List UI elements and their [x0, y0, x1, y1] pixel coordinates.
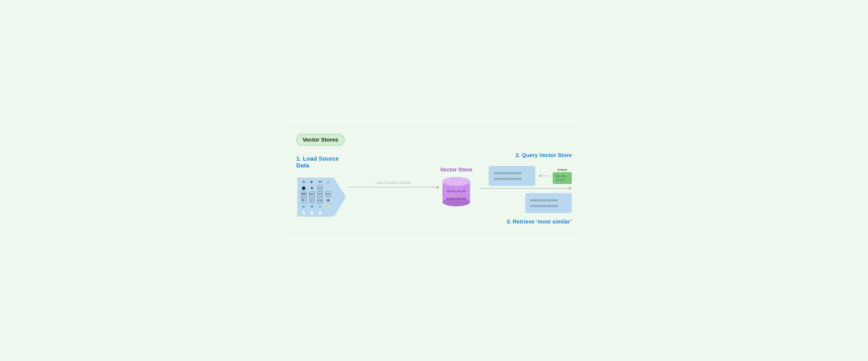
query-input-box: XXXXXXXXXXXXX XXXXXXXXXXXXX — [489, 166, 535, 186]
embed-label: Embed — [558, 168, 567, 171]
icon-csv: CSV — [317, 186, 322, 191]
retrieve-label: 3. Retrieve ‘most similar’ — [507, 218, 572, 225]
query-text-line1: XXXXXXXXXXXXX — [494, 170, 530, 176]
embed-values-line1: 5.5, -0.3... — [556, 174, 569, 178]
result-row: XXXXXXXXXXXXX XXXXXXXXXXXXX — [479, 193, 572, 213]
result-box: XXXXXXXXXXXXX XXXXXXXXXXXXX — [525, 193, 572, 213]
cylinder-svg: 0.5, 0.2....0.1, 0.9 ⋮ 2.1, 0.1....-1.7,… — [440, 176, 472, 206]
icon-image: 🖼 — [309, 186, 314, 191]
vector-store-column: Vector Store 0.5, 0.2....0.1, 0.9 ⋮ 2.1,… — [439, 166, 473, 210]
svg-text:2.1, 0.1....-1.7, 0.9: 2.1, 0.1....-1.7, 0.9 — [447, 197, 466, 200]
vector-store-title: Vector Store — [440, 166, 472, 173]
result-text-line1: XXXXXXXXXXXXX — [530, 197, 567, 203]
arrow1-line — [347, 186, 439, 189]
cylinder-right-head — [569, 187, 572, 190]
arrow1-label: Load, Transform, Embed — [376, 181, 411, 185]
icon-empty2 — [326, 210, 331, 215]
svg-text:⋮: ⋮ — [455, 193, 458, 196]
query-text-line2: XXXXXXXXXXXXX — [494, 176, 530, 182]
load-source-label: 1. Load Source Data — [296, 155, 347, 169]
icon-file2: 📄 — [309, 210, 314, 215]
icon-html: HTML — [317, 198, 322, 203]
icon-file3: 📄 — [317, 210, 322, 215]
right-column: 2. Query Vector Store XXXXXXXXXXXXX XXXX… — [473, 152, 572, 225]
cylinder-right-arrow — [479, 187, 572, 190]
result-text-line2: XXXXXXXXXXXXX — [530, 203, 567, 209]
title-badge: Vector Stores — [296, 134, 345, 146]
icon-markdown: M↓ — [301, 198, 306, 203]
icons-grid: ⊞ ▶ 🎮 △ ⬤ 🖼 CSV PDF DOC TXT PPT M↓ — [297, 173, 334, 222]
icon-github: ⬤ — [301, 186, 306, 191]
icon-triangle: △ — [326, 179, 331, 185]
icon-txt: TXT — [317, 192, 322, 197]
icon-pdf: PDF — [301, 192, 306, 197]
query-vector-store-label: 2. Query Vector Store — [479, 152, 572, 159]
embed-box: 5.5, -0.3... 2.1, 0.1 — [553, 172, 572, 184]
icon-wikipedia: W — [326, 198, 331, 203]
icon-folder: 📁 — [326, 204, 331, 209]
arrow-left-head — [538, 174, 541, 177]
arrow1-column: Load, Transform, Embed — [347, 168, 439, 209]
arrow1-head — [437, 186, 439, 189]
arrow-to-embed — [538, 174, 550, 177]
icon-ppt: PPT — [326, 192, 331, 197]
main-container: Vector Stores 1. Load Source Data ⊞ ▶ 🎮 … — [286, 126, 582, 235]
embed-container: Embed 5.5, -0.3... 2.1, 0.1 — [553, 168, 572, 184]
arrow-left-line — [541, 176, 550, 176]
title-text: Vector Stores — [303, 136, 338, 143]
icon-json: {} — [309, 198, 314, 203]
embed-values-line2: 2.1, 0.1 — [556, 178, 569, 182]
embed-row: XXXXXXXXXXXXX XXXXXXXXXXXXX Embed 5.5, -… — [479, 166, 572, 186]
svg-point-4 — [442, 177, 470, 186]
icon-discord: 🎮 — [317, 179, 322, 185]
icon-youtube: ▶ — [309, 179, 314, 185]
icon-notion: ⬡ — [317, 204, 322, 209]
source-data-shape: ⊞ ▶ 🎮 △ ⬤ 🖼 CSV PDF DOC TXT PPT M↓ — [297, 173, 346, 222]
icon-twitter: 🐦 — [301, 204, 306, 209]
source-column: 1. Load Source Data ⊞ ▶ 🎮 △ ⬤ 🖼 CSV — [296, 155, 347, 222]
icon-file1: 📄 — [301, 210, 306, 215]
arrow1-hline — [347, 187, 437, 187]
vector-store-title-text: Vector Store — [440, 166, 472, 173]
icon-slack: ⊞ — [301, 179, 306, 185]
svg-text:0.5, 0.2....0.1, 0.9: 0.5, 0.2....0.1, 0.9 — [447, 190, 465, 192]
icon-empty1 — [326, 186, 331, 191]
icon-doc: DOC — [309, 192, 314, 197]
icon-email: ✉ — [309, 204, 314, 209]
cylinder-right-hline — [479, 188, 569, 189]
diagram-wrapper: 1. Load Source Data ⊞ ▶ 🎮 △ ⬤ 🖼 CSV — [296, 152, 572, 225]
